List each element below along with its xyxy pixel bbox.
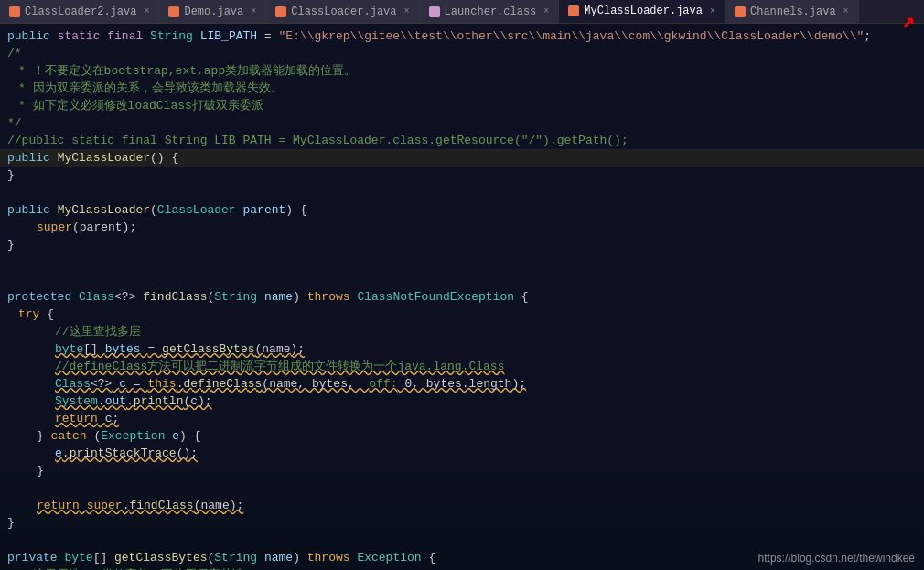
code-text: */ (7, 114, 917, 132)
code-text (7, 184, 917, 201)
code-text: byte[] bytes = getClassBytes(name); (55, 340, 917, 358)
code-text: return c; (55, 410, 917, 427)
tab-label: Launcher.class (445, 5, 537, 18)
java-file-icon (275, 6, 286, 17)
close-icon[interactable]: × (144, 6, 149, 16)
watermark: https://blog.csdn.net/thewindkee (758, 552, 915, 565)
close-icon[interactable]: × (543, 6, 549, 16)
code-line (0, 253, 924, 271)
code-line: Class<?> c = this.defineClass(name, byte… (0, 375, 924, 393)
code-text: super(parent); (37, 219, 917, 236)
code-line: super(parent); (0, 219, 924, 236)
java-file-icon (168, 6, 179, 17)
code-text: //defineClass方法可以把二进制流字节组成的文件转换为一个java.l… (55, 358, 917, 375)
code-line: } (0, 167, 924, 184)
close-icon[interactable]: × (403, 6, 409, 16)
code-line (0, 532, 924, 549)
tab-channels[interactable]: Channels.java × (725, 0, 859, 23)
java-file-icon (735, 6, 746, 17)
code-line: /* (0, 45, 924, 62)
tab-label: ClassLoader2.java (25, 5, 136, 18)
code-text: } (7, 167, 917, 184)
code-line: try { (0, 306, 924, 323)
code-text: System.out.println(c); (55, 393, 917, 410)
code-text: //这里用选...类的字节，因此用用字节读 (18, 566, 917, 570)
close-icon[interactable]: × (710, 6, 715, 16)
code-line: * 因为双亲委派的关系，会导致该类加载器失效。 (0, 80, 924, 97)
code-line: e.printStackTrace(); (0, 445, 924, 462)
code-text: } (37, 462, 917, 479)
code-text (7, 479, 917, 497)
code-line: } (0, 462, 924, 479)
code-line: */ (0, 114, 924, 132)
code-text: } (7, 236, 917, 253)
code-text: return super.findClass(name); (37, 497, 917, 514)
code-line: public MyClassLoader(ClassLoader parent)… (0, 201, 924, 219)
code-text: } (7, 514, 917, 532)
code-line: public static final String LIB_PATH = "E… (0, 27, 924, 45)
tab-label: ClassLoader.java (291, 5, 396, 18)
code-line: //这里查找多层 (0, 323, 924, 340)
code-line: protected Class<?> findClass(String name… (0, 288, 924, 306)
code-line: return super.findClass(name); (0, 497, 924, 514)
code-text (7, 532, 917, 549)
code-text: * 如下定义必须修改loadClass打破双亲委派 (18, 97, 917, 114)
code-line: byte[] bytes = getClassBytes(name); (0, 340, 924, 358)
code-line: } (0, 236, 924, 253)
code-line: System.out.println(c); (0, 393, 924, 410)
code-text: Class<?> c = this.defineClass(name, byte… (55, 375, 917, 393)
code-text: } catch (Exception e) { (37, 427, 917, 445)
code-line: return c; (0, 410, 924, 427)
tab-classloader2[interactable]: ClassLoader2.java × (0, 0, 159, 23)
code-line: * ！不要定义在bootstrap,ext,app类加载器能加载的位置。 (0, 62, 924, 80)
tab-launcher[interactable]: Launcher.class × (420, 0, 560, 23)
code-text: * ！不要定义在bootstrap,ext,app类加载器能加载的位置。 (18, 62, 917, 80)
red-arrow-annotation: ↗ (902, 7, 915, 34)
code-text: public MyClassLoader() { (7, 149, 917, 167)
tab-myclassloader[interactable]: MyClassLoader.java × (559, 0, 725, 23)
code-text: /* (7, 45, 917, 62)
code-line (0, 184, 924, 201)
code-line: } catch (Exception e) { (0, 427, 924, 445)
code-line (0, 479, 924, 497)
code-text: protected Class<?> findClass(String name… (7, 288, 917, 306)
close-icon[interactable]: × (251, 6, 256, 16)
tab-label: Channels.java (750, 5, 836, 18)
code-text (7, 253, 917, 271)
code-text: public static final String LIB_PATH = "E… (7, 27, 917, 45)
code-text (7, 271, 917, 288)
java-file-icon (568, 5, 579, 16)
code-line: //public static final String LIB_PATH = … (0, 132, 924, 149)
code-text: e.printStackTrace(); (55, 445, 917, 462)
code-line: * 如下定义必须修改loadClass打破双亲委派 (0, 97, 924, 114)
code-editor[interactable]: public static final String LIB_PATH = "E… (0, 24, 924, 570)
code-text: //public static final String LIB_PATH = … (7, 132, 917, 149)
code-text: //这里查找多层 (55, 323, 917, 340)
close-icon[interactable]: × (843, 6, 849, 16)
code-text: * 因为双亲委派的关系，会导致该类加载器失效。 (18, 80, 917, 97)
code-line: } (0, 514, 924, 532)
tab-classloader[interactable]: ClassLoader.java × (266, 0, 419, 23)
tab-demo[interactable]: Demo.java × (159, 0, 266, 23)
code-line: //这里用选...类的字节，因此用用字节读 (0, 566, 924, 570)
code-line: public MyClassLoader() { (0, 149, 924, 167)
tab-bar: ClassLoader2.java × Demo.java × ClassLoa… (0, 0, 924, 24)
code-line: //defineClass方法可以把二进制流字节组成的文件转换为一个java.l… (0, 358, 924, 375)
java-file-icon (9, 6, 20, 17)
code-text: public MyClassLoader(ClassLoader parent)… (7, 201, 917, 219)
class-file-icon (429, 6, 440, 17)
tab-label: Demo.java (184, 5, 243, 18)
code-text: try { (18, 306, 917, 323)
tab-label: MyClassLoader.java (584, 5, 703, 17)
code-line (0, 271, 924, 288)
